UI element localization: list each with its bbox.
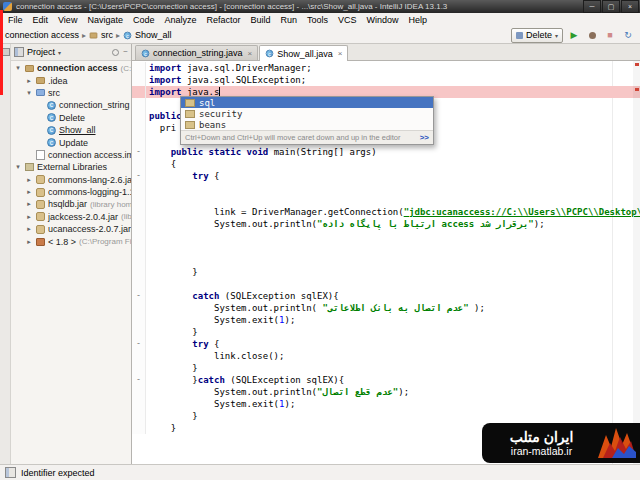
maximize-button[interactable]: ▢ <box>602 0 620 13</box>
tree-item-external-libraries[interactable]: ▾External Libraries <box>11 161 131 173</box>
error-stripe-mark[interactable] <box>635 63 639 66</box>
chevron-down-icon[interactable]: ▾ <box>14 64 22 72</box>
stop-button[interactable]: ■ <box>603 29 617 42</box>
menu-refactor[interactable]: Refactor <box>201 15 245 25</box>
code-text: System.out.println("ارتباط با پایگاه داد… <box>146 219 545 229</box>
code-line: } <box>132 266 640 278</box>
menu-tools[interactable]: Tools <box>302 15 333 25</box>
menu-build[interactable]: Build <box>245 15 275 25</box>
code-token: import <box>149 75 187 85</box>
code-token: } <box>149 327 198 337</box>
tree-item-connection-access-iml[interactable]: connection access.iml <box>11 149 131 161</box>
code-line <box>132 278 640 290</box>
chevron-right-icon[interactable]: ▸ <box>25 225 33 233</box>
completion-item-beans[interactable]: beans <box>181 119 433 130</box>
chevron-right-icon[interactable]: ▸ <box>25 77 33 85</box>
code-token: ); <box>534 219 545 229</box>
project-toolwindow-button[interactable] <box>2 48 10 56</box>
code-token: ); <box>469 303 485 313</box>
breadcrumb-item-connection-access[interactable]: connection access <box>5 30 79 40</box>
chevron-right-icon[interactable]: ▸ <box>25 200 33 208</box>
tree-item-commons-lang-2-6-jar[interactable]: ▸commons-lang-2.6.jar (libra... <box>11 174 131 186</box>
tree-item-label: Update <box>59 138 88 148</box>
toolwindow-toggle-icon[interactable] <box>5 467 16 478</box>
tree-item-hsqldb-jar[interactable]: ▸hsqldb.jar (library home) <box>11 198 131 210</box>
code-text: link = DriverManager.getConnection("jdbc… <box>146 207 640 217</box>
chevron-down-icon[interactable]: ▾ <box>58 49 61 56</box>
fold-marker-icon[interactable]: - <box>132 374 146 386</box>
tree-item-connection-access[interactable]: ▾connection access (C:\Users\PC <box>11 62 131 74</box>
run-config-select[interactable]: Delete ▾ <box>511 28 563 43</box>
chevron-right-icon[interactable]: ▸ <box>25 188 33 196</box>
package-icon <box>185 99 195 107</box>
chevron-right-icon[interactable]: ▸ <box>25 213 33 221</box>
code-line: } <box>132 362 640 374</box>
sync-button[interactable]: ↻ <box>621 29 635 42</box>
chevron-right-icon[interactable]: ▸ <box>25 176 33 184</box>
menu-window[interactable]: Window <box>362 15 404 25</box>
code-text: link.close(); <box>146 351 284 361</box>
editor-scrollbar[interactable] <box>633 61 640 464</box>
fold-marker-icon[interactable]: - <box>132 290 146 302</box>
code-token: public <box>149 111 182 121</box>
completion-list: sqlsecuritybeans <box>181 97 433 130</box>
tree-item-idea[interactable]: ▸.idea <box>11 74 131 86</box>
tree-item-update[interactable]: cUpdate <box>11 136 131 148</box>
minimize-button[interactable]: ─ <box>583 0 601 13</box>
menu-code[interactable]: Code <box>128 15 160 25</box>
gutter-cell <box>132 182 146 194</box>
package-icon <box>185 121 195 129</box>
gutter-cell <box>132 410 146 422</box>
hide-panel-icon[interactable]: − <box>123 48 128 56</box>
code-line: System.out.println( "عدم اتصال به بانک ا… <box>132 302 640 314</box>
tree-item-commons-logging-1-1-1-jar[interactable]: ▸commons-logging-1.1.1.jar (l... <box>11 186 131 198</box>
tree-item-delete[interactable]: cDelete <box>11 112 131 124</box>
tree-item-ucanaccess-2-0-7-jar[interactable]: ▸ucanaccess-2.0.7.jar (librar... <box>11 223 131 235</box>
menu-view[interactable]: View <box>53 15 82 25</box>
close-icon[interactable]: × <box>248 49 253 58</box>
breadcrumb-item-show-all[interactable]: cShow_all <box>123 30 172 40</box>
close-icon[interactable]: × <box>338 49 343 58</box>
tree-item-src[interactable]: ▾src <box>11 87 131 99</box>
settings-icon[interactable] <box>112 49 119 56</box>
tab-connection-string-java[interactable]: cconnection_string.java× <box>135 45 258 60</box>
code-token: try <box>192 339 208 349</box>
gutter-cell <box>132 98 146 110</box>
completion-item-sql[interactable]: sql <box>181 97 433 108</box>
code-token: ); <box>284 399 295 409</box>
editor[interactable]: import java.sql.DriverManager;import jav… <box>132 61 640 464</box>
tree-item-show-all[interactable]: cShow_all <box>11 124 131 136</box>
menu-navigate[interactable]: Navigate <box>82 15 128 25</box>
menu-run[interactable]: Run <box>276 15 303 25</box>
project-panel-title: Project <box>27 47 55 57</box>
code-line: } <box>132 326 640 338</box>
title-bar[interactable]: connection access - [C:\Users\PCPC\conne… <box>0 0 640 13</box>
menu-edit[interactable]: Edit <box>28 15 54 25</box>
panel-header-actions: − <box>112 48 128 56</box>
fold-marker-icon[interactable]: - <box>132 146 146 158</box>
error-stripe-mark[interactable] <box>635 88 639 91</box>
menu-vcs[interactable]: VCS <box>333 15 362 25</box>
menu-help[interactable]: Help <box>404 15 433 25</box>
tree-item-connection-string[interactable]: cconnection_string <box>11 99 131 111</box>
crumb-separator-icon: ▸ <box>113 31 123 40</box>
completion-more-link[interactable]: >> <box>420 133 429 142</box>
run-button[interactable]: ▶ <box>567 29 581 42</box>
chevron-down-icon[interactable]: ▾ <box>14 163 22 171</box>
chevron-down-icon[interactable]: ▾ <box>25 89 33 97</box>
tree-item-1-8[interactable]: ▸< 1.8 > (C:\Program Files\Jav... <box>11 235 131 247</box>
tree-item-jackcess-2-0-4-jar[interactable]: ▸jackcess-2.0.4.jar (library ho... <box>11 211 131 223</box>
gutter-cell <box>132 206 146 218</box>
menu-file[interactable]: File <box>3 15 28 25</box>
close-button[interactable]: × <box>621 0 639 13</box>
tab-show-all-java[interactable]: cShow_all.java× <box>259 45 348 61</box>
fold-marker-icon[interactable]: - <box>132 170 146 182</box>
chevron-right-icon[interactable]: ▸ <box>25 238 33 246</box>
gutter-cell <box>132 326 146 338</box>
run-config-icon <box>516 32 523 39</box>
fold-marker-icon[interactable]: - <box>132 338 146 350</box>
breadcrumb-item-src[interactable]: src <box>89 30 113 40</box>
menu-analyze[interactable]: Analyze <box>159 15 201 25</box>
debug-button[interactable] <box>585 29 599 42</box>
completion-item-security[interactable]: security <box>181 108 433 119</box>
